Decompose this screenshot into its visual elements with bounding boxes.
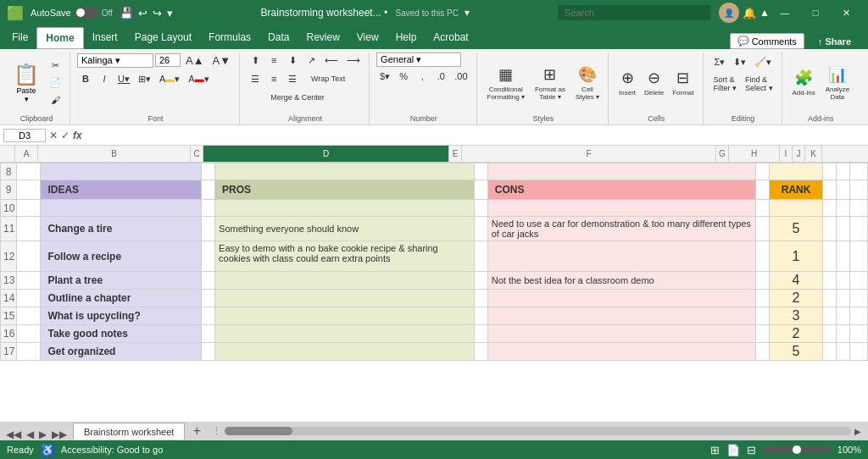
cell-e8[interactable] — [474, 163, 487, 180]
cell-i9[interactable] — [823, 180, 837, 200]
cell-c14[interactable] — [202, 290, 215, 307]
italic-button[interactable]: I — [96, 71, 113, 86]
format-cells-button[interactable]: ⊟ Format — [669, 61, 697, 105]
autosave-section[interactable]: 🟩 AutoSave Off — [7, 5, 113, 21]
cell-h13-rank[interactable]: 4 — [769, 272, 822, 290]
cell-h16-rank[interactable]: 2 — [769, 325, 822, 343]
cell-c16[interactable] — [202, 325, 215, 343]
cell-c15[interactable] — [202, 307, 215, 325]
cell-b16-idea[interactable]: Take good notes — [41, 325, 202, 343]
col-d-header[interactable]: D — [203, 146, 449, 162]
align-center-button[interactable]: ≡ — [265, 71, 282, 86]
cell-h15-rank[interactable]: 3 — [769, 307, 822, 325]
col-k-header[interactable]: K — [805, 146, 822, 162]
cell-k15[interactable] — [849, 307, 867, 325]
cell-g12[interactable] — [756, 241, 770, 272]
cell-i8[interactable] — [823, 163, 837, 180]
cell-j11[interactable] — [837, 217, 850, 241]
cell-j9[interactable] — [837, 180, 850, 200]
cell-b13-idea[interactable]: Plant a tree — [41, 272, 202, 290]
cell-j17[interactable] — [837, 343, 850, 361]
cell-d8[interactable] — [215, 163, 475, 180]
cell-h10[interactable] — [769, 200, 822, 217]
horizontal-scroll-thumb[interactable] — [225, 427, 292, 435]
cell-k10[interactable] — [849, 200, 867, 217]
add-sheet-button[interactable]: + — [188, 423, 205, 440]
autosave-toggle[interactable] — [75, 7, 98, 19]
copy-button[interactable]: 📄 — [46, 75, 64, 91]
minimize-button[interactable]: — — [770, 0, 800, 25]
fx-confirm-icon[interactable]: ✓ — [61, 130, 70, 141]
cell-f8[interactable] — [487, 163, 755, 180]
paste-button[interactable]: 📋 Paste ▾ — [8, 61, 44, 105]
find-select-button[interactable]: Find &Select ▾ — [742, 75, 776, 93]
cell-h11-rank[interactable]: 5 — [769, 217, 822, 241]
fill-color-button[interactable]: A▬▾ — [156, 71, 183, 86]
scroll-options-icon[interactable]: ⋮ — [212, 426, 221, 437]
format-painter-button[interactable]: 🖌 — [46, 92, 64, 108]
cell-b17-idea[interactable]: Get organized — [41, 343, 202, 361]
cell-d14-pros[interactable] — [215, 290, 475, 307]
cell-d13-pros[interactable] — [215, 272, 475, 290]
cell-d11-pros[interactable]: Something everyone should know — [215, 217, 475, 241]
cell-e14[interactable] — [474, 290, 487, 307]
redo-icon[interactable]: ↪ — [153, 7, 162, 19]
close-button[interactable]: ✕ — [831, 0, 861, 25]
conditional-format-button[interactable]: ▦ ConditionalFormatting ▾ — [484, 61, 528, 105]
cell-f13-cons[interactable]: Not the best idea for a classroom demo — [487, 272, 755, 290]
cell-a14[interactable] — [16, 290, 40, 307]
cell-a10[interactable] — [16, 200, 40, 217]
clear-button[interactable]: 🧹▾ — [751, 53, 775, 71]
decrease-decimal-button[interactable]: .0 — [432, 69, 449, 84]
save-icon[interactable]: 💾 — [120, 7, 133, 19]
cell-a17[interactable] — [16, 343, 40, 361]
cell-b9-ideas[interactable]: IDEAS — [41, 180, 202, 200]
align-right-button[interactable]: ☰ — [284, 71, 301, 86]
cell-e9[interactable] — [474, 180, 487, 200]
cell-d10[interactable] — [215, 200, 475, 217]
number-format-select[interactable]: General ▾ — [376, 53, 461, 67]
zoom-slider[interactable] — [763, 446, 831, 453]
align-top-button[interactable]: ⬆ — [247, 53, 264, 68]
merge-center-button[interactable]: Merge & Center — [247, 90, 348, 105]
cell-c8[interactable] — [202, 163, 215, 180]
cell-k12[interactable] — [849, 241, 867, 272]
scroll-right-btn[interactable]: ▶ — [854, 427, 861, 436]
menu-acrobat[interactable]: Acrobat — [425, 25, 476, 49]
cell-e11[interactable] — [474, 217, 487, 241]
percent-button[interactable]: % — [395, 69, 412, 84]
tab-nav-left[interactable]: ◀◀ — [3, 429, 24, 440]
increase-font-button[interactable]: A▲ — [182, 53, 208, 68]
insert-cells-button[interactable]: ⊕ Insert — [615, 61, 639, 105]
cell-b10[interactable] — [41, 200, 202, 217]
cell-j10[interactable] — [837, 200, 850, 217]
cell-i11[interactable] — [823, 217, 837, 241]
sum-button[interactable]: Σ▾ — [711, 53, 729, 71]
align-middle-button[interactable]: ≡ — [265, 53, 282, 68]
cell-i14[interactable] — [823, 290, 837, 307]
underline-button[interactable]: U▾ — [114, 71, 133, 86]
align-bottom-button[interactable]: ⬇ — [284, 53, 301, 68]
menu-home[interactable]: Home — [36, 27, 83, 49]
cell-g16[interactable] — [756, 325, 770, 343]
menu-help[interactable]: Help — [387, 25, 426, 49]
cell-d9-pros[interactable]: PROS — [215, 180, 475, 200]
cell-a13[interactable] — [16, 272, 40, 290]
cell-h9-rank[interactable]: RANK — [769, 180, 822, 200]
cell-e12[interactable] — [474, 241, 487, 272]
cell-d12-pros[interactable]: Easy to demo with a no bake cookie recip… — [215, 241, 475, 272]
cell-g9[interactable] — [756, 180, 770, 200]
customize-icon[interactable]: ▾ — [167, 7, 173, 19]
cell-e16[interactable] — [474, 325, 487, 343]
col-b-header[interactable]: B — [38, 146, 191, 162]
window-controls[interactable]: — □ ✕ — [770, 0, 861, 25]
fill-button[interactable]: ⬇▾ — [730, 53, 749, 71]
sort-filter-button[interactable]: Sort &Filter ▾ — [710, 75, 741, 93]
format-table-button[interactable]: ⊞ Format asTable ▾ — [531, 61, 569, 105]
cell-f12-cons[interactable] — [487, 241, 755, 272]
cell-h12-rank[interactable]: 1 — [769, 241, 822, 272]
cell-b12-idea[interactable]: Follow a recipe — [41, 241, 202, 272]
cell-k9[interactable] — [849, 180, 867, 200]
menu-insert[interactable]: Insert — [84, 25, 126, 49]
cell-j14[interactable] — [837, 290, 850, 307]
